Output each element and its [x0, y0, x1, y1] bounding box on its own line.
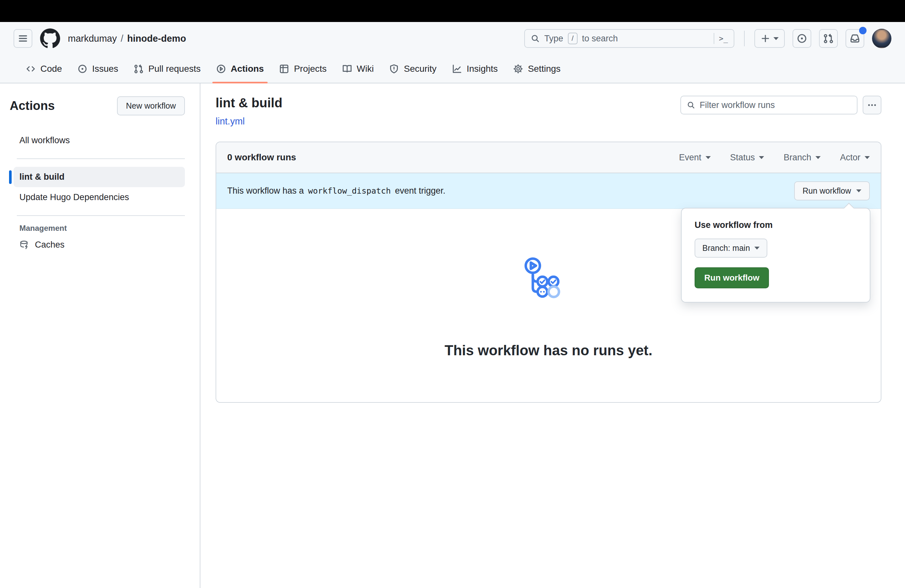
workflow-list: All workflows lint & build Update Hugo D…: [10, 130, 185, 250]
tab-insights[interactable]: Insights: [445, 55, 506, 83]
code-icon: [26, 64, 36, 74]
graph-icon: [452, 64, 462, 74]
run-workflow-dropdown-button[interactable]: Run workflow: [794, 181, 870, 200]
sidebar-header: Actions New workflow: [10, 96, 185, 115]
banner-text: This workflow has a workflow_dispatch ev…: [227, 186, 445, 196]
breadcrumb-separator: /: [121, 33, 124, 44]
tab-label: Projects: [294, 64, 326, 74]
search-inner-divider: [714, 33, 714, 44]
breadcrumb-owner[interactable]: markdumay: [68, 33, 117, 44]
breadcrumb: markdumay / hinode-demo: [68, 33, 186, 44]
caret-down-icon: [865, 156, 870, 159]
content-header: lint & build lint.yml: [216, 96, 881, 127]
filter-branch[interactable]: Branch: [783, 153, 821, 163]
banner-text-prefix: This workflow has a: [227, 186, 304, 196]
sidebar-item-caches[interactable]: Caches: [19, 240, 185, 250]
runs-count: 0 workflow runs: [227, 152, 296, 163]
filter-status[interactable]: Status: [730, 153, 764, 163]
sidebar-item-all-workflows[interactable]: All workflows: [14, 130, 185, 151]
workflow-title-block: lint & build lint.yml: [216, 96, 283, 127]
sidebar-item-label: Caches: [35, 240, 65, 250]
hamburger-menu-button[interactable]: [14, 29, 32, 48]
tab-label: Issues: [92, 64, 118, 74]
notifications-inbox-button[interactable]: [846, 29, 864, 48]
tab-pull-requests[interactable]: Pull requests: [126, 55, 208, 83]
tab-security[interactable]: Security: [381, 55, 444, 83]
app-header: markdumay / hinode-demo Type / to search…: [0, 22, 905, 55]
issues-dashboard-button[interactable]: [792, 29, 811, 48]
actions-sidebar: Actions New workflow All workflows lint …: [0, 83, 200, 588]
header-divider: [744, 31, 745, 46]
table-icon: [279, 64, 289, 74]
caret-down-icon: [856, 189, 861, 192]
popover-title: Use workflow from: [695, 220, 857, 230]
caret-down-icon: [706, 156, 711, 159]
notification-dot: [859, 27, 867, 34]
filter-workflow-runs-input[interactable]: [700, 100, 851, 110]
page-title: lint & build: [216, 96, 283, 110]
filter-workflow-runs-box: [680, 96, 857, 114]
create-new-button[interactable]: [754, 29, 785, 48]
search-placeholder-prefix: Type: [544, 33, 564, 44]
sidebar-item-label: lint & build: [19, 172, 64, 182]
breadcrumb-repo[interactable]: hinode-demo: [127, 33, 186, 44]
new-workflow-button[interactable]: New workflow: [117, 96, 185, 115]
issue-opened-icon: [78, 64, 87, 74]
repo-nav: Code Issues Pull requests Actions Projec…: [0, 55, 905, 83]
sidebar-item-update-hugo-dependencies[interactable]: Update Hugo Dependencies: [14, 187, 185, 208]
git-pull-request-icon: [823, 33, 834, 44]
workflow-dispatch-banner: This workflow has a workflow_dispatch ev…: [216, 173, 881, 209]
caret-down-icon: [816, 156, 821, 159]
main-content: lint & build lint.yml 0 workflow runs: [200, 83, 905, 588]
kebab-horizontal-icon: [867, 100, 877, 110]
command-palette-icon[interactable]: >_: [719, 34, 728, 43]
plus-icon: [761, 33, 770, 43]
run-workflow-popover: Use workflow from Branch: main Run workf…: [681, 208, 870, 303]
gear-icon: [513, 64, 523, 74]
search-icon: [687, 100, 695, 110]
tab-wiki[interactable]: Wiki: [335, 55, 382, 83]
shield-icon: [389, 64, 399, 74]
tab-settings[interactable]: Settings: [505, 55, 568, 83]
workflow-options-button[interactable]: [863, 96, 881, 114]
tab-label: Wiki: [357, 64, 374, 74]
book-icon: [342, 64, 352, 74]
global-search-input[interactable]: Type / to search >_: [524, 29, 734, 48]
caret-down-icon: [759, 156, 764, 159]
github-logo-icon[interactable]: [40, 29, 60, 48]
issue-opened-icon: [797, 33, 807, 44]
hamburger-icon: [18, 33, 28, 44]
tab-projects[interactable]: Projects: [272, 55, 334, 83]
tab-issues[interactable]: Issues: [70, 55, 126, 83]
tab-actions[interactable]: Actions: [208, 55, 272, 83]
filter-label: Actor: [840, 153, 861, 163]
selected-item-accent-bar: [9, 170, 12, 184]
filter-label: Status: [730, 153, 755, 163]
git-pull-request-icon: [134, 64, 143, 74]
sidebar-title: Actions: [10, 99, 55, 113]
workflow-file-link[interactable]: lint.yml: [216, 116, 245, 127]
inbox-icon: [850, 33, 860, 44]
banner-text-suffix: event trigger.: [395, 186, 445, 196]
workflow-graph-illustration: [520, 257, 577, 313]
page-body: Actions New workflow All workflows lint …: [0, 83, 905, 588]
pull-requests-dashboard-button[interactable]: [819, 29, 838, 48]
sidebar-item-lint-build[interactable]: lint & build: [14, 167, 185, 187]
sidebar-divider: [17, 215, 185, 216]
tab-label: Actions: [231, 64, 264, 74]
tab-label: Settings: [528, 64, 560, 74]
management-heading: Management: [19, 224, 185, 233]
tab-label: Code: [40, 64, 62, 74]
tab-code[interactable]: Code: [18, 55, 70, 83]
filter-event[interactable]: Event: [679, 153, 711, 163]
runs-filters: Event Status Branch Actor: [679, 153, 870, 163]
cache-database-icon: [19, 240, 29, 250]
search-placeholder-suffix: to search: [582, 33, 618, 44]
slash-key-hint: /: [568, 33, 578, 44]
caret-down-icon: [773, 37, 779, 40]
run-workflow-submit-button[interactable]: Run workflow: [695, 267, 769, 288]
tab-label: Security: [404, 64, 437, 74]
avatar[interactable]: [872, 29, 891, 48]
branch-select-button[interactable]: Branch: main: [695, 238, 767, 257]
filter-actor[interactable]: Actor: [840, 153, 870, 163]
